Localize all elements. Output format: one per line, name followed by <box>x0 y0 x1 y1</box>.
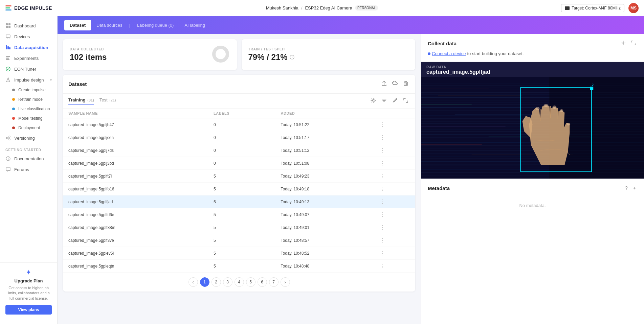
cell-sample-name: captured_image.5gpljh47 <box>63 118 208 131</box>
row-menu-btn[interactable]: ⋮ <box>380 134 385 141</box>
expand-btn[interactable] <box>402 96 410 106</box>
cell-label: 5 <box>208 170 275 183</box>
row-menu-btn[interactable]: ⋮ <box>380 199 385 205</box>
page-btn-4[interactable]: 4 <box>235 277 244 287</box>
page-btn-1[interactable]: 1 <box>200 277 209 287</box>
eon-tuner-label: EON Tuner <box>14 67 36 72</box>
table-row[interactable]: captured_image.5gplev5l 5 Today, 10:48:5… <box>63 247 415 260</box>
main-layout: Dashboard Devices Data acquisition Exper… <box>0 16 644 324</box>
row-menu-btn[interactable]: ⋮ <box>380 160 385 166</box>
col-added: ADDED <box>275 109 375 118</box>
connect-device-link[interactable]: Connect a device <box>432 51 466 56</box>
upgrade-button[interactable]: View plans <box>5 305 52 315</box>
versioning-label: Versioning <box>14 136 35 141</box>
target-button[interactable]: Target: Cortex-M4F 80MHz <box>561 4 624 12</box>
table-row[interactable]: captured_image.5gplj3bd 0 Today, 10:51:0… <box>63 157 415 170</box>
raw-data-background: 5 <box>421 77 644 179</box>
page-btn-2[interactable]: 2 <box>212 277 221 287</box>
tab-data-sources[interactable]: Data sources <box>91 20 128 30</box>
row-menu-btn[interactable]: ⋮ <box>380 250 385 256</box>
prev-page-btn[interactable]: ‹ <box>188 277 198 287</box>
page-btn-3[interactable]: 3 <box>223 277 232 287</box>
sidebar-item-dashboard[interactable]: Dashboard <box>0 20 57 31</box>
sidebar-item-data-acquisition[interactable]: Data acquisition <box>0 42 57 53</box>
sub-tab-row: Training (81) Test (21) <box>63 94 415 109</box>
sidebar-item-eon-tuner[interactable]: EON Tuner <box>0 64 57 74</box>
tab-labeling-queue[interactable]: Labeling queue (0) <box>132 20 179 30</box>
page-btn-6[interactable]: 6 <box>258 277 267 287</box>
table-row[interactable]: captured_image.5gplfjad 5 Today, 10:49:1… <box>63 195 415 208</box>
test-count: (21) <box>109 98 116 102</box>
col-labels: LABELS <box>208 109 275 118</box>
model-testing-dot <box>12 117 15 120</box>
row-menu-btn[interactable]: ⋮ <box>380 263 385 269</box>
cell-menu: ⋮ <box>374 183 415 195</box>
cell-added: Today, 10:51:22 <box>275 118 375 131</box>
edit-btn[interactable] <box>391 96 399 106</box>
cell-added: Today, 10:49:13 <box>275 195 375 208</box>
row-menu-btn[interactable]: ⋮ <box>380 224 385 231</box>
cloud-button[interactable] <box>391 79 399 89</box>
upgrade-icon: ✦ <box>5 268 52 276</box>
svg-rect-9 <box>9 47 10 49</box>
create-impulse-dot <box>12 89 15 91</box>
sidebar-item-documentation[interactable]: Documentation <box>0 153 57 164</box>
row-menu-btn[interactable]: ⋮ <box>380 211 385 218</box>
table-row[interactable]: captured_image.5gpleqtn 5 Today, 10:48:4… <box>63 260 415 273</box>
page-btn-5[interactable]: 5 <box>246 277 256 287</box>
svg-rect-10 <box>6 56 10 57</box>
filter-btn[interactable] <box>380 96 388 106</box>
sidebar-item-versioning[interactable]: Versioning <box>0 133 57 143</box>
next-page-btn[interactable]: › <box>281 277 290 287</box>
cell-label: 5 <box>208 195 275 208</box>
row-menu-btn[interactable]: ⋮ <box>380 121 385 128</box>
page-btn-7[interactable]: 7 <box>269 277 279 287</box>
settings-btn[interactable] <box>369 96 377 106</box>
cell-added: Today, 10:49:18 <box>275 183 375 195</box>
table-row[interactable]: captured_image.5gplf3ve 5 Today, 10:48:5… <box>63 234 415 247</box>
collect-data-section: Collect data Connect a device <box>421 34 644 62</box>
sub-tabs: Training (81) Test (21) <box>68 97 116 105</box>
table-row[interactable]: captured_image.5gplfd6e 5 Today, 10:49:0… <box>63 208 415 221</box>
table-row[interactable]: captured_image.5gpljh47 0 Today, 10:51:2… <box>63 118 415 131</box>
metadata-add-btn[interactable]: + <box>632 184 637 192</box>
logo-bar-2 <box>5 7 10 8</box>
svg-point-85 <box>552 106 556 109</box>
sidebar-item-retrain-model[interactable]: Retrain model <box>0 95 57 104</box>
cell-menu: ⋮ <box>374 170 415 183</box>
tab-dataset[interactable]: Dataset <box>64 20 91 30</box>
avatar[interactable]: MS <box>628 3 639 13</box>
cell-menu: ⋮ <box>374 221 415 234</box>
metadata-help-btn[interactable]: ? <box>624 184 629 192</box>
sidebar-item-live-classification[interactable]: Live classification <box>0 104 57 114</box>
table-row[interactable]: captured_image.5gplft7i 5 Today, 10:49:2… <box>63 170 415 183</box>
sub-tab-test[interactable]: Test (21) <box>99 97 116 105</box>
sidebar-item-deployment[interactable]: Deployment <box>0 123 57 133</box>
sub-tab-training[interactable]: Training (81) <box>68 97 94 105</box>
table-row[interactable]: captured_image.5gplj7ds 0 Today, 10:51:1… <box>63 144 415 157</box>
row-menu-btn[interactable]: ⋮ <box>380 173 385 179</box>
experiments-label: Experiments <box>14 56 39 61</box>
row-menu-btn[interactable]: ⋮ <box>380 147 385 154</box>
delete-button[interactable] <box>402 79 410 89</box>
table-row[interactable]: captured_image.5gplfo16 5 Today, 10:49:1… <box>63 183 415 195</box>
sidebar-item-create-impulse[interactable]: Create impulse <box>0 85 57 95</box>
cell-sample-name: captured_image.5gplfd6e <box>63 208 208 221</box>
sidebar-item-impulse-design[interactable]: Impulse design ▾ <box>0 74 57 85</box>
data-collected-card: DATA COLLECTED 102 items <box>63 39 237 70</box>
tab-ai-labeling[interactable]: AI labeling <box>179 20 210 30</box>
collect-expand-btn[interactable] <box>630 39 637 48</box>
collect-settings-btn[interactable] <box>620 39 627 48</box>
row-menu-btn[interactable]: ⋮ <box>380 186 385 192</box>
cell-label: 5 <box>208 221 275 234</box>
row-menu-btn[interactable]: ⋮ <box>380 237 385 244</box>
sidebar-item-devices[interactable]: Devices <box>0 31 57 42</box>
sidebar-item-model-testing[interactable]: Model testing <box>0 114 57 123</box>
documentation-icon <box>5 156 11 161</box>
logo-bar-1 <box>5 5 12 6</box>
table-row[interactable]: captured_image.5gplf88m 5 Today, 10:49:0… <box>63 221 415 234</box>
sidebar-item-forums[interactable]: Forums <box>0 164 57 175</box>
sidebar-item-experiments[interactable]: Experiments <box>0 53 57 64</box>
table-row[interactable]: captured_image.5gpljcea 0 Today, 10:51:1… <box>63 131 415 144</box>
upload-button[interactable] <box>380 79 388 89</box>
